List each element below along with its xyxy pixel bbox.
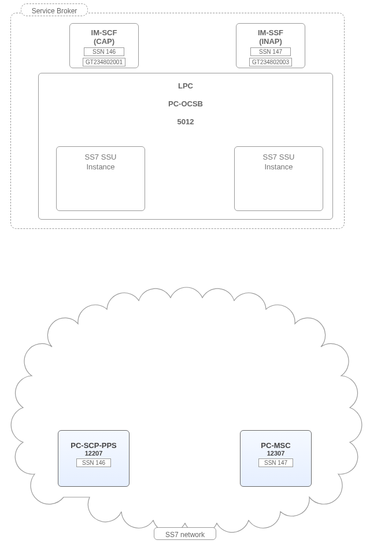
- pc-msc-name: PC-MSC: [241, 441, 311, 450]
- pc-msc-ssn: SSN 147: [258, 458, 293, 467]
- pc-msc-num: 12307: [241, 450, 311, 457]
- pc-scp-ssn: SSN 146: [76, 458, 111, 467]
- pc-scp-num: 12207: [58, 450, 129, 457]
- pc-msc-box: PC-MSC 12307 SSN 147: [240, 430, 312, 487]
- ss7-network-label: SS7 network: [165, 531, 205, 539]
- pc-scp-name: PC-SCP-PPS: [58, 441, 129, 450]
- ss7-network-label-box: SS7 network: [154, 527, 216, 540]
- ss7-cloud-shape: [11, 287, 362, 534]
- pc-scp-box: PC-SCP-PPS 12207 SSN 146: [58, 430, 130, 487]
